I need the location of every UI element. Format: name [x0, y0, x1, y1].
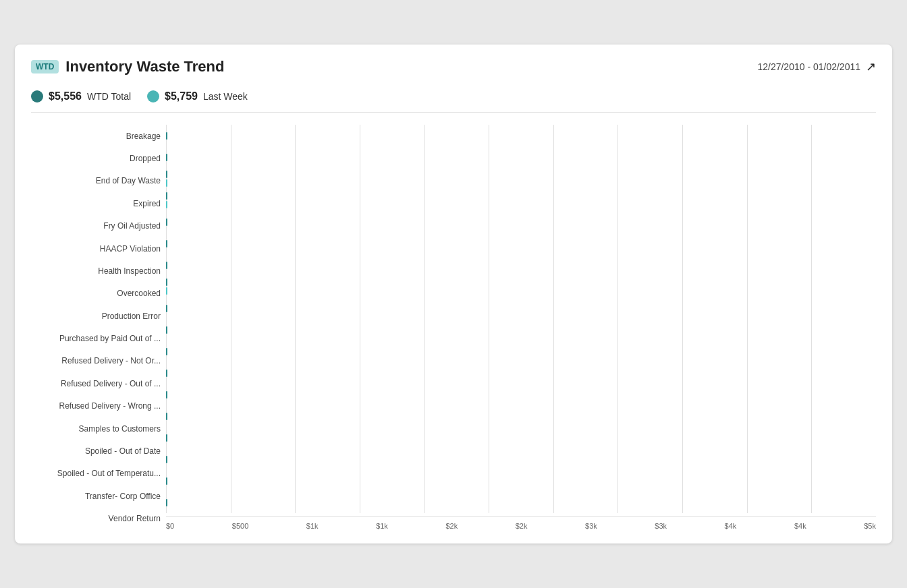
date-range: 12/27/2010 - 01/02/2011 [757, 61, 860, 72]
chart-legend: $5,556 WTD Total $5,759 Last Week [31, 84, 876, 113]
bar-group [166, 146, 167, 168]
y-axis-label: Transfer- Corp Office [31, 486, 161, 507]
x-axis-label: $4k [725, 522, 737, 530]
bar-row [166, 168, 876, 189]
y-axis-label: Health Inspection [31, 260, 161, 282]
chart-title: Inventory Waste Trend [65, 58, 224, 76]
x-axis-label: $0 [166, 522, 174, 530]
bar-current [166, 262, 167, 269]
header-left: WTD Inventory Waste Trend [31, 58, 224, 76]
y-axis-label: Refused Delivery - Not Or... [31, 350, 161, 372]
wtd-badge: WTD [31, 60, 59, 74]
bar-current [166, 132, 167, 140]
bar-current [166, 192, 167, 200]
chart-header: WTD Inventory Waste Trend 12/27/2010 - 0… [31, 58, 876, 76]
x-axis-label: $1k [376, 522, 388, 530]
bar-row [166, 211, 876, 233]
bar-last [166, 201, 167, 208]
bar-current [166, 391, 167, 399]
y-axis-label: Vendor Return [31, 508, 161, 529]
bar-current [166, 278, 167, 286]
y-axis-label: Purchased by Paid Out of ... [31, 328, 161, 349]
y-axis-label: Overcooked [31, 283, 161, 304]
bar-row [166, 254, 876, 276]
chart-area: BreakageDroppedEnd of Day WasteExpiredFr… [31, 125, 876, 530]
header-right: 12/27/2010 - 01/02/2011 ↗ [757, 59, 876, 74]
bar-current [166, 305, 167, 312]
x-axis-label: $2k [516, 522, 528, 530]
bar-group [166, 297, 167, 319]
bar-last [166, 179, 167, 187]
bar-group [166, 470, 167, 492]
bar-group [166, 233, 167, 254]
y-axis-label: HAACP Violation [31, 238, 161, 260]
bar-current [166, 240, 167, 247]
y-axis-label: Breakage [31, 125, 161, 147]
bar-rows [166, 125, 876, 513]
y-axis-labels: BreakageDroppedEnd of Day WasteExpiredFr… [31, 125, 166, 530]
bar-row [166, 233, 876, 254]
y-axis-label: Samples to Customers [31, 418, 161, 440]
x-axis-label: $1k [306, 522, 319, 530]
bar-current [166, 154, 167, 161]
current-value: $5,556 [49, 90, 82, 102]
bar-current [166, 370, 167, 377]
bar-last [166, 287, 167, 295]
y-axis-label: Spoiled - Out of Temperatu... [31, 463, 161, 484]
y-axis-label: End of Day Waste [31, 170, 161, 192]
legend-last: $5,759 Last Week [147, 90, 248, 102]
bar-group [166, 189, 167, 211]
bar-group [166, 492, 167, 513]
bar-row [166, 492, 876, 513]
bar-group [166, 384, 167, 405]
x-axis: $0$500$1k$1k$2k$2k$3k$3k$4k$4k$5k [166, 516, 876, 530]
bar-group [166, 211, 167, 233]
bar-group [166, 254, 167, 276]
x-axis-label: $2k [445, 522, 458, 530]
current-label: WTD Total [87, 91, 131, 102]
bar-current [166, 218, 167, 226]
bar-row [166, 125, 876, 146]
last-label: Last Week [203, 91, 248, 102]
y-axis-label: Refused Delivery - Wrong ... [31, 395, 161, 417]
bar-row [166, 362, 876, 384]
chart-body: $0$500$1k$1k$2k$2k$3k$3k$4k$4k$5k [166, 125, 876, 530]
bar-row [166, 470, 876, 492]
bar-current [166, 499, 167, 506]
bar-current [166, 413, 167, 420]
bar-group [166, 341, 167, 362]
y-axis-label: Dropped [31, 148, 161, 169]
bar-group [166, 125, 167, 146]
y-axis-label: Production Error [31, 305, 161, 327]
bar-row [166, 319, 876, 341]
bar-current [166, 477, 167, 485]
bar-current [166, 434, 167, 442]
expand-icon[interactable]: ↗ [866, 59, 876, 74]
y-axis-label: Spoiled - Out of Date [31, 440, 161, 462]
y-axis-label: Refused Delivery - Out of ... [31, 373, 161, 394]
bar-row [166, 384, 876, 405]
x-axis-label: $3k [655, 522, 667, 530]
bar-group [166, 168, 167, 189]
bar-group [166, 319, 167, 341]
bar-current [166, 326, 167, 334]
current-dot [31, 90, 43, 102]
bar-row [166, 405, 876, 427]
last-dot [147, 90, 159, 102]
x-axis-label: $500 [232, 522, 248, 530]
x-axis-label: $3k [585, 522, 597, 530]
bar-group [166, 276, 167, 297]
bar-group [166, 405, 167, 427]
bar-current [166, 348, 167, 355]
bar-row [166, 276, 876, 297]
bar-group [166, 427, 167, 448]
y-axis-label: Fry Oil Adjusted [31, 215, 161, 237]
chart-card: WTD Inventory Waste Trend 12/27/2010 - 0… [15, 45, 892, 543]
bar-row [166, 448, 876, 470]
bar-current [166, 171, 167, 178]
bar-row [166, 297, 876, 319]
last-value: $5,759 [165, 90, 198, 102]
bar-row [166, 341, 876, 362]
bar-group [166, 448, 167, 470]
bar-row [166, 146, 876, 168]
